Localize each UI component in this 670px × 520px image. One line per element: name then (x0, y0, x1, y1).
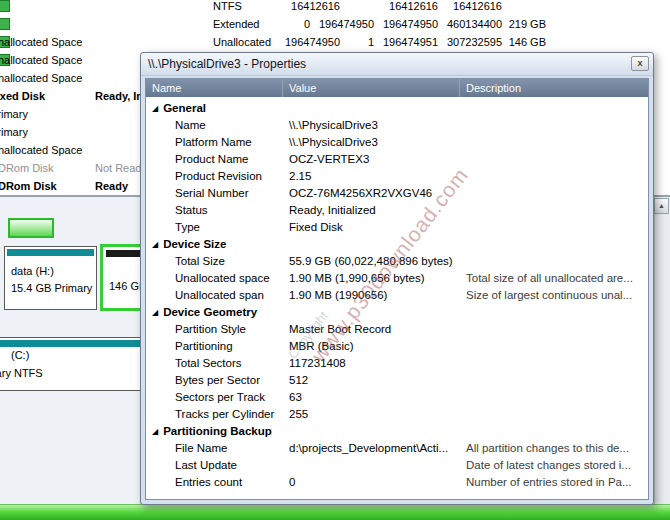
column-header-description[interactable]: Description (460, 79, 648, 97)
property-row[interactable]: Tracks per Cylinder255 (146, 406, 648, 423)
group-label: Device Geometry (163, 304, 257, 321)
expand-icon: ◢ (152, 236, 158, 253)
property-description (460, 355, 648, 372)
property-row[interactable]: Entries count0Number of entries stored i… (146, 474, 648, 491)
property-row[interactable]: Platform Name\\.\PhysicalDrive3 (146, 134, 648, 151)
row-number: 16412616 (372, 0, 502, 15)
column-header-name[interactable]: Name (146, 79, 283, 97)
table-row[interactable]: NTFS164126161641261616412616 (0, 0, 670, 15)
partition-color-bar (7, 249, 94, 256)
property-name: Serial Number (146, 185, 283, 202)
property-value: OCZ-VERTEX3 (283, 151, 460, 168)
group-label: Partitioning Backup (163, 423, 272, 440)
property-description (460, 185, 648, 202)
property-name: Tracks per Cylinder (146, 406, 283, 423)
table-row[interactable]: Extended0196474950196474950460134400219 … (0, 15, 670, 33)
property-value: 255 (283, 406, 460, 423)
list-header: Name Value Description (146, 79, 648, 97)
property-name: Name (146, 117, 283, 134)
property-row[interactable]: File Named:\projects_Development\Acti...… (146, 440, 648, 457)
property-value: Fixed Disk (283, 219, 460, 236)
property-row[interactable]: Bytes per Sector512 (146, 372, 648, 389)
group-label: Device Size (163, 236, 226, 253)
property-row[interactable]: Partition StyleMaster Boot Record (146, 321, 648, 338)
property-row[interactable]: Last UpdateDate of latest changes stored… (146, 457, 648, 474)
property-description (460, 117, 648, 134)
row-type-label: Unallocated Space (0, 51, 82, 69)
property-value: 2.15 (283, 168, 460, 185)
property-value: OCZ-76M4256XR2VXGV46 (283, 185, 460, 202)
row-number: 219 GB (416, 15, 546, 33)
property-name: Unallocated span (146, 287, 283, 304)
properties-dialog: \\.\PhysicalDrive3 - Properties x Name V… (140, 52, 654, 505)
property-value: 1.90 MB (1,990,656 bytes) (283, 270, 460, 287)
partition-type-icon (0, 0, 10, 12)
row-status: Ready (95, 177, 128, 195)
property-row[interactable]: Total Sectors117231408 (146, 355, 648, 372)
property-name: Bytes per Sector (146, 372, 283, 389)
property-name: Total Size (146, 253, 283, 270)
property-description (460, 372, 648, 389)
property-row[interactable]: Unallocated space1.90 MB (1,990,656 byte… (146, 270, 648, 287)
property-name: Entries count (146, 474, 283, 491)
property-row[interactable]: Product Revision2.15 (146, 168, 648, 185)
property-row[interactable]: TypeFixed Disk (146, 219, 648, 236)
property-row[interactable]: StatusReady, Initialized (146, 202, 648, 219)
partition-type-icon (0, 18, 10, 30)
column-header-value[interactable]: Value (283, 79, 460, 97)
property-value: 0 (283, 474, 460, 491)
row-number: 146 GB (416, 33, 546, 51)
partition-subtitle: Primary NTFS (0, 367, 43, 379)
group-header[interactable]: ◢General (146, 100, 648, 117)
row-type-label: Primary (0, 105, 28, 123)
close-icon[interactable]: x (631, 56, 649, 71)
property-row[interactable]: Unallocated span1.90 MB (1990656)Size of… (146, 287, 648, 304)
property-value: d:\projects_Development\Acti... (283, 440, 460, 457)
property-value: \\.\PhysicalDrive3 (283, 117, 460, 134)
partition-title: (C:) (11, 349, 29, 361)
table-row[interactable]: Unallocated SpaceUnallocated196474950119… (0, 33, 670, 51)
group-header[interactable]: ◢Device Geometry (146, 304, 648, 321)
property-row[interactable]: Product NameOCZ-VERTEX3 (146, 151, 648, 168)
property-value: 63 (283, 389, 460, 406)
property-value: MBR (Basic) (283, 338, 460, 355)
scrollbar-track[interactable] (654, 214, 670, 504)
property-name: Product Revision (146, 168, 283, 185)
partition-block-data-h[interactable]: data (H:) 15.4 GB Primary (4, 246, 97, 310)
property-description (460, 168, 648, 185)
property-name: Type (146, 219, 283, 236)
row-type-label: CDRom Disk (0, 177, 57, 195)
property-value: Ready, Initialized (283, 202, 460, 219)
group-label: General (163, 100, 206, 117)
property-description (460, 321, 648, 338)
dialog-titlebar[interactable]: \\.\PhysicalDrive3 - Properties x (141, 53, 653, 76)
property-row[interactable]: Serial NumberOCZ-76M4256XR2VXGV46 (146, 185, 648, 202)
expand-icon: ◢ (152, 100, 158, 117)
property-description (460, 406, 648, 423)
app-window: NTFS164126161641261616412616Extended0196… (0, 0, 670, 520)
row-type-label: Unallocated Space (0, 141, 82, 159)
property-row[interactable]: PartitioningMBR (Basic) (146, 338, 648, 355)
property-description: Total size of all unallocated are... (460, 270, 648, 287)
selected-partition-chip[interactable] (8, 218, 54, 238)
property-name: Partitioning (146, 338, 283, 355)
group-header[interactable]: ◢Device Size (146, 236, 648, 253)
properties-list: ◢GeneralName\\.\PhysicalDrive3Platform N… (146, 97, 648, 499)
property-row[interactable]: Total Size55.9 GB (60,022,480,896 bytes) (146, 253, 648, 270)
scroll-up-button[interactable]: ▲ (654, 198, 669, 214)
property-name: Product Name (146, 151, 283, 168)
property-row[interactable]: Name\\.\PhysicalDrive3 (146, 117, 648, 134)
property-description: All partition changes to this de... (460, 440, 648, 457)
property-value: 512 (283, 372, 460, 389)
row-type-label: CDRom Disk (0, 159, 54, 177)
property-name: Sectors per Track (146, 389, 283, 406)
property-name: Partition Style (146, 321, 283, 338)
property-row[interactable]: Sectors per Track63 (146, 389, 648, 406)
property-name: Last Update (146, 457, 283, 474)
property-name: Total Sectors (146, 355, 283, 372)
property-description (460, 134, 648, 151)
group-header[interactable]: ◢Partitioning Backup (146, 423, 648, 440)
property-description (460, 151, 648, 168)
property-description (460, 219, 648, 236)
property-description: Number of entries stored in Pa... (460, 474, 648, 491)
